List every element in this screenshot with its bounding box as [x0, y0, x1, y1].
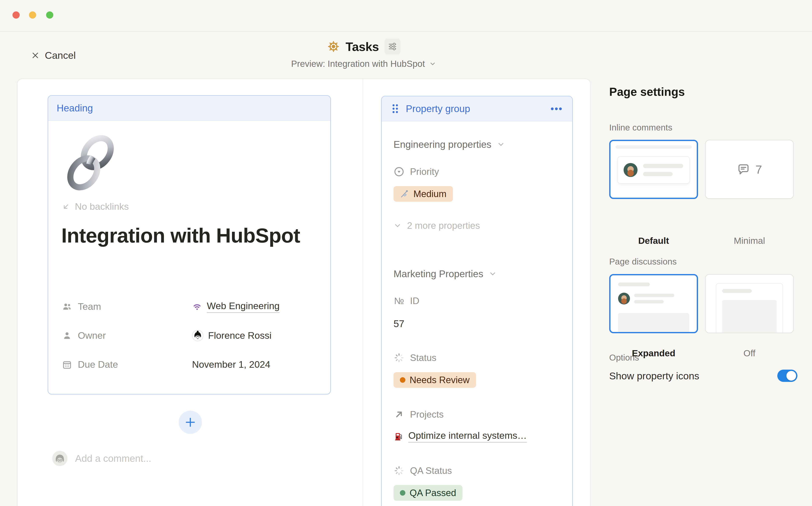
- status-dot: [400, 377, 405, 383]
- page-title-preview: Integration with HubSpot: [61, 224, 311, 248]
- window-titlebar: [0, 0, 812, 32]
- sliders-icon: [388, 42, 397, 51]
- options-label: Options: [609, 353, 639, 363]
- mock-content-block: [618, 313, 689, 333]
- calendar-icon: [62, 359, 72, 370]
- property-group-header[interactable]: Property group •••: [382, 96, 572, 121]
- close-window-button[interactable]: [12, 11, 20, 19]
- heading-block-header[interactable]: Heading: [48, 96, 330, 121]
- current-user-avatar: [52, 451, 68, 466]
- person-icon: [62, 330, 72, 341]
- show-property-icons-toggle[interactable]: [777, 369, 797, 382]
- property-group-layout-block[interactable]: Property group ••• Engineering propertie…: [381, 96, 573, 506]
- avatar-florence: [192, 330, 203, 341]
- settings-title: Page settings: [609, 85, 685, 98]
- backlinks-indicator: No backlinks: [62, 201, 129, 212]
- comment-bubble-icon: [737, 163, 750, 176]
- preview-label: Preview: Integration with HubSpot: [291, 59, 425, 69]
- comment-composer[interactable]: [52, 451, 306, 466]
- mock-text-line: [616, 145, 692, 149]
- property-row-due-date: Due Date November 1, 2024: [62, 358, 270, 371]
- plus-icon: [184, 416, 196, 428]
- team-property-value[interactable]: Web Engineering: [192, 301, 280, 313]
- mock-page: [716, 283, 783, 333]
- helm-wheel-icon: [327, 40, 340, 53]
- show-property-icons-label: Show property icons: [609, 370, 699, 382]
- priority-property-row: Priority: [393, 166, 439, 177]
- team-property-label: Team: [62, 301, 192, 312]
- comment-count: 7: [755, 163, 762, 176]
- status-property-row: Status: [393, 352, 437, 363]
- chevron-down-icon: [497, 141, 505, 149]
- page-discussions-off-label: Off: [705, 348, 794, 358]
- numero-icon: №: [393, 296, 404, 306]
- page-discussions-option-expanded[interactable]: [609, 274, 698, 333]
- property-row-owner: Owner Florence Rossi: [62, 329, 272, 342]
- heading-layout-block[interactable]: Heading No backlinks Integ: [48, 95, 331, 395]
- show-property-icons-row: Show property icons: [609, 369, 797, 382]
- add-block-button[interactable]: [179, 411, 202, 434]
- fuel-pump-icon: [393, 431, 404, 441]
- backlinks-label: No backlinks: [75, 201, 129, 212]
- sewing-needle-icon: [400, 189, 409, 198]
- property-row-team: Team Web Engineering: [62, 300, 280, 313]
- page-icon-chain-links: [61, 131, 122, 195]
- owner-property-value: Florence Rossi: [192, 330, 272, 341]
- due-date-property-label: Due Date: [62, 359, 192, 370]
- owner-property-label: Owner: [62, 330, 192, 341]
- projects-property-row: Projects: [393, 409, 444, 420]
- priority-icon: [393, 166, 404, 177]
- property-group-badge-label: Property group: [406, 103, 544, 114]
- inline-comments-label: Inline comments: [609, 122, 672, 133]
- chevron-down-icon: [393, 222, 401, 230]
- status-spinner-icon: [393, 465, 404, 476]
- close-icon: [31, 52, 39, 60]
- arrow-up-right-icon: [393, 409, 404, 420]
- minimize-window-button[interactable]: [29, 11, 36, 19]
- column-divider: [363, 79, 363, 506]
- preview-selector[interactable]: Preview: Integration with HubSpot: [256, 59, 471, 69]
- page-discussions-option-off[interactable]: [705, 274, 794, 333]
- inline-comments-option-default[interactable]: [609, 140, 698, 199]
- group-engineering-properties[interactable]: Engineering properties: [393, 139, 505, 150]
- qa-status-value-pill: QA Passed: [393, 485, 462, 501]
- drag-handle-icon[interactable]: [391, 103, 399, 114]
- heading-badge-label: Heading: [57, 102, 93, 114]
- projects-value-link[interactable]: Optimize internal systems…: [393, 430, 527, 442]
- add-comment-input[interactable]: [75, 453, 244, 464]
- page-title: Tasks: [346, 39, 379, 54]
- layout-settings-button[interactable]: [384, 38, 400, 55]
- more-options-button[interactable]: •••: [551, 103, 563, 114]
- due-date-property-value: November 1, 2024: [192, 359, 270, 370]
- people-icon: [62, 301, 72, 312]
- priority-value-pill: Medium: [393, 186, 453, 202]
- group-marketing-properties[interactable]: Marketing Properties: [393, 268, 497, 279]
- inline-comments-default-label: Default: [609, 236, 698, 246]
- document-header: Tasks: [256, 38, 471, 55]
- chevron-down-icon: [489, 270, 497, 278]
- page-discussions-label: Page discussions: [609, 257, 677, 267]
- zoom-window-button[interactable]: [46, 11, 53, 19]
- more-properties-toggle[interactable]: 2 more properties: [393, 220, 480, 231]
- mock-comment-card: [617, 156, 690, 184]
- id-property-row: № ID: [393, 296, 419, 306]
- status-spinner-icon: [393, 352, 404, 363]
- purple-signal-icon: [192, 302, 202, 312]
- chevron-down-icon: [429, 60, 436, 68]
- id-value: 57: [393, 318, 404, 329]
- mock-title-bar: [618, 282, 650, 286]
- inline-comments-option-minimal[interactable]: 7: [705, 140, 794, 199]
- page-settings-panel: Page settings Inline comments 7 Default …: [591, 32, 812, 506]
- mock-avatar: [624, 163, 638, 177]
- status-value-pill: Needs Review: [393, 372, 476, 388]
- page-preview-canvas: Heading No backlinks Integ: [17, 79, 591, 506]
- cancel-button[interactable]: Cancel: [31, 50, 76, 61]
- qa-status-property-row: QA Status: [393, 465, 452, 476]
- inline-comments-minimal-label: Minimal: [705, 236, 794, 246]
- qa-status-dot: [400, 490, 405, 496]
- arrow-down-left-icon: [62, 202, 70, 211]
- cancel-label: Cancel: [45, 50, 76, 61]
- toggle-knob: [787, 371, 796, 381]
- mock-discussion-row: [618, 292, 674, 305]
